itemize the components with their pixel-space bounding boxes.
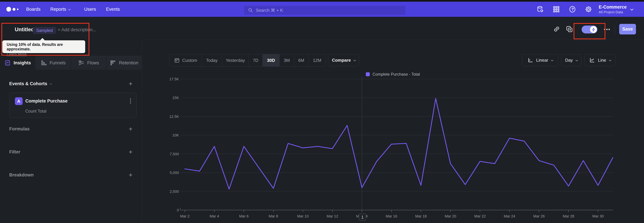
sampled-badge[interactable]: Sampled (33, 27, 56, 34)
event-card[interactable]: A Complete Purchase Count Total (9, 93, 136, 118)
window-top-strip (0, 0, 644, 2)
add-event-button[interactable]: + (129, 80, 132, 87)
chevron-down-icon (630, 8, 634, 11)
report-title[interactable]: Untitled (15, 27, 34, 33)
x-tick-label: Mar 4 (210, 214, 219, 218)
project-scope: All Project Data (599, 10, 627, 14)
funnels-icon (40, 59, 47, 66)
help-icon[interactable]: ? (568, 2, 576, 17)
chevron-down-icon (50, 82, 52, 85)
range-30d[interactable]: 30D (263, 54, 280, 66)
x-tick-label: Mar 30 (592, 214, 604, 218)
range-7d[interactable]: 7D (249, 54, 262, 66)
flows-icon (78, 59, 84, 66)
filter-section: Filter + (0, 148, 142, 156)
more-menu[interactable]: ••• (604, 27, 611, 32)
report-header (0, 17, 644, 40)
toggle-knob (590, 26, 597, 33)
date-range-group: Custom Today Yesterday 7D 30D 3M 6M 12M (170, 54, 326, 67)
x-tick-label: Mar 20 (445, 214, 456, 218)
y-tick-label: 5,000 (170, 171, 179, 175)
nav-item-events[interactable]: Events (106, 7, 120, 12)
breakdown-section: Breakdown + (0, 171, 142, 179)
tab-retention[interactable]: Retention (106, 56, 142, 70)
formulas-section: Formulas + (0, 125, 142, 133)
scale-dropdown[interactable]: Linear (522, 54, 558, 66)
compare-dropdown[interactable]: Compare (328, 54, 359, 66)
nav-item-reports[interactable]: Reports (50, 7, 70, 12)
chevron-down-icon (353, 59, 356, 61)
filter-label: Filter (9, 149, 20, 155)
add-description-field[interactable]: + Add description... (58, 27, 96, 32)
calendar-icon (174, 57, 180, 63)
y-tick-label: 10K (172, 133, 179, 137)
y-tick-label: 0 (177, 208, 179, 212)
kebab-menu-icon[interactable] (130, 98, 131, 103)
add-formula-button[interactable]: + (129, 126, 132, 132)
chevron-down-icon (576, 59, 578, 61)
search-placeholder: Search ⌘ + K (256, 8, 283, 13)
range-3m[interactable]: 3M (280, 54, 294, 66)
chart-type-dropdown[interactable]: Line (584, 54, 616, 66)
duplicate-add-icon[interactable] (566, 25, 573, 33)
settings-gear-icon[interactable] (585, 2, 592, 17)
x-tick-label: Mar 10 (297, 214, 308, 218)
event-series-badge: A (15, 97, 23, 105)
range-today[interactable]: Today (202, 54, 222, 66)
range-yesterday[interactable]: Yesterday (222, 54, 249, 66)
event-metric[interactable]: Count Total (25, 109, 46, 114)
range-custom[interactable]: Custom (170, 54, 202, 66)
retention-icon (110, 59, 116, 66)
add-breakdown-button[interactable]: + (129, 172, 132, 178)
interval-dropdown[interactable]: Day (561, 54, 582, 66)
sampling-tooltip: Using 10% of data. Results are approxima… (2, 40, 85, 53)
apps-grid-icon[interactable] (552, 2, 560, 17)
y-tick-label: 12.5K (170, 115, 179, 119)
linear-axis-icon (528, 57, 534, 63)
add-filter-button[interactable]: + (129, 149, 132, 155)
y-tick-label: 17.5K (170, 77, 179, 81)
search-input[interactable]: Search ⌘ + K (244, 5, 406, 15)
x-tick-label: Mar 28 (563, 214, 574, 218)
lightning-bolt-icon (591, 27, 596, 32)
sampling-toggle[interactable] (582, 26, 598, 33)
x-tick-label: Mar 12 (327, 214, 338, 218)
x-tick-label: Mar 6 (239, 214, 248, 218)
mixpanel-logo-icon[interactable] (6, 2, 18, 17)
events-cohorts-title[interactable]: Events & Cohorts (9, 81, 52, 86)
x-tick-label: Mar 24 (504, 214, 515, 218)
tab-funnels[interactable]: Funnels (35, 56, 71, 70)
x-tick-label: Mar 22 (474, 214, 486, 218)
chevron-down-icon (551, 59, 554, 61)
range-6m[interactable]: 6M (294, 54, 308, 66)
series-line (185, 98, 613, 189)
chevron-down-icon (68, 8, 71, 11)
x-tick-label: Mar 2 (180, 214, 190, 218)
data-management-icon[interactable] (536, 2, 544, 17)
nav-item-boards[interactable]: Boards (26, 7, 40, 12)
mixpanel-insights-page: Boards Reports Users Events Search ⌘ + K (0, 0, 644, 223)
chevron-down-icon (609, 59, 612, 61)
report-type-tabs: Insights Funnels Flows Retent (0, 56, 142, 70)
tab-insights[interactable]: Insights (0, 56, 35, 70)
y-tick-label: 15K (172, 96, 179, 100)
project-switcher[interactable]: E-Commerce All Project Data (599, 2, 633, 17)
copy-link-icon[interactable] (553, 25, 560, 33)
breakdown-label: Breakdown (9, 172, 34, 178)
tooltip-text: Using 10% of data. Results are approxima… (7, 42, 85, 51)
nav-item-users[interactable]: Users (84, 7, 96, 12)
y-tick-label: 2,500 (170, 189, 179, 194)
formulas-label: Formulas (9, 126, 30, 132)
event-name[interactable]: Complete Purchase (25, 98, 68, 104)
search-icon (248, 8, 253, 13)
project-name: E-Commerce (599, 4, 627, 10)
tab-flows[interactable]: Flows (71, 56, 106, 70)
line-chart-icon (589, 57, 595, 63)
learn-more-link[interactable]: Learn More (7, 52, 27, 56)
pagination-page-1[interactable]: 1 (359, 213, 366, 221)
header-divider (615, 25, 615, 34)
range-12m[interactable]: 12M (308, 54, 326, 66)
save-button[interactable]: Save (619, 24, 636, 34)
x-tick-label: Mar 8 (269, 214, 278, 218)
events-cohorts-header: Events & Cohorts + (0, 80, 142, 87)
